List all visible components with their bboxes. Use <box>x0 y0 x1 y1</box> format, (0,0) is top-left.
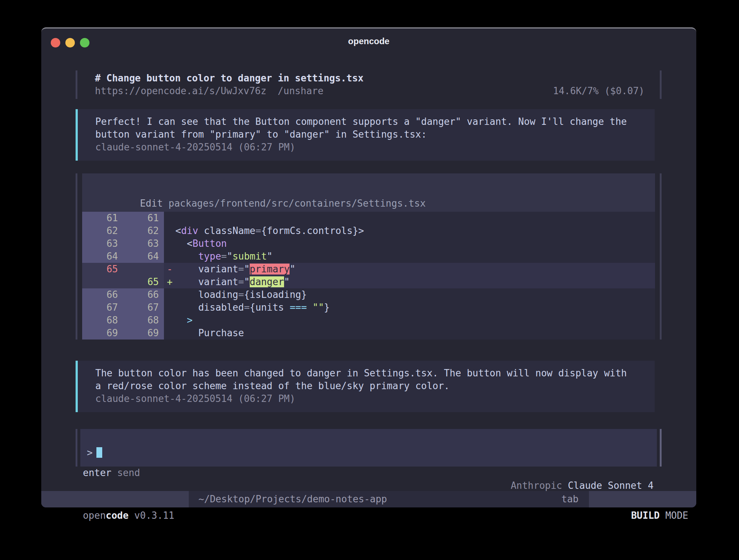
statusbar-spacer <box>387 491 562 507</box>
text-cursor <box>96 447 102 458</box>
diff-code-line: disabled={units === ""} <box>164 301 655 314</box>
assistant-message-1: Perfect! I can see that the Button compo… <box>76 109 655 161</box>
app-name-bold: code <box>106 510 129 521</box>
diff-new-line-number: 63 <box>123 237 164 250</box>
code-token: className <box>198 225 256 236</box>
enter-key-hint: enter <box>83 467 111 479</box>
diff-new-line-number: 64 <box>123 250 164 263</box>
diff-code-line: + variant="danger" <box>164 276 655 288</box>
close-button[interactable] <box>51 38 60 47</box>
app-version: v0.3.11 <box>129 510 174 521</box>
session-title: # Change button color to danger in setti… <box>95 72 644 85</box>
diff-code-line <box>164 212 655 225</box>
code-token: " <box>290 264 295 275</box>
enter-action-hint: send <box>111 467 140 479</box>
diff-row: 65+ variant="danger" <box>82 276 655 288</box>
diff-row: 6262 <div className={formCs.controls}> <box>82 225 655 237</box>
code-token: " <box>227 251 233 262</box>
prompt-input[interactable]: > <box>80 429 657 467</box>
code-token: variant <box>164 276 238 287</box>
diff-old-line-number: 63 <box>82 237 123 250</box>
code-token: primary <box>250 264 290 275</box>
diff-new-line-number: 62 <box>123 225 164 237</box>
code-token: danger <box>250 276 284 287</box>
diff-code-line: - variant="primary" <box>164 263 655 276</box>
unshare-command[interactable]: /unshare <box>278 85 323 97</box>
opencode-window: opencode # Change button color to danger… <box>41 27 696 507</box>
code-token: submit <box>233 251 267 262</box>
diff-old-line-number: 69 <box>82 327 123 340</box>
prompt-input-frame: > <box>76 429 662 467</box>
code-token: Button <box>192 238 227 249</box>
code-token: variant <box>164 264 238 275</box>
window-title: opencode <box>41 28 696 54</box>
app-name-normal: open <box>83 510 106 521</box>
diff-row: 6161 <box>82 212 655 225</box>
code-token: > <box>187 315 193 326</box>
code-token: {units <box>250 302 290 313</box>
code-token <box>307 302 313 313</box>
message-body: The button color has been changed to dan… <box>95 367 647 392</box>
code-token <box>164 315 187 326</box>
diff-old-line-number: 62 <box>82 225 123 237</box>
diff-code-line: loading={isLoading} <box>164 288 655 301</box>
code-token: " <box>244 264 250 275</box>
minimize-button[interactable] <box>65 38 75 47</box>
code-token: div <box>181 225 198 236</box>
message-model-meta: claude-sonnet-4-20250514 (06:27 PM) <box>95 141 647 154</box>
code-token <box>164 251 198 262</box>
code-token: "" <box>313 302 324 313</box>
code-token: " <box>244 276 250 287</box>
code-token: Purchase <box>164 327 244 338</box>
share-url-link[interactable]: https://opencode.ai/s/UwJxv76z <box>95 85 267 97</box>
code-token: < <box>164 238 192 249</box>
mode-name: BUILD <box>631 510 659 521</box>
code-token: {formCs.controls}> <box>261 225 364 236</box>
diff-code-line: Purchase <box>164 327 655 340</box>
mode-chip: BUILD MODE <box>589 491 696 507</box>
diff-row: 6868 > <box>82 314 655 327</box>
diff-new-line-number: 61 <box>123 212 164 225</box>
diff-code-line: <div className={formCs.controls}> <box>164 225 655 237</box>
diff-old-line-number: 64 <box>82 250 123 263</box>
maximize-button[interactable] <box>80 38 89 47</box>
mode-suffix: MODE <box>660 510 688 521</box>
code-token: < <box>164 225 181 236</box>
diff-rows: 61616262 <div className={formCs.controls… <box>82 212 655 340</box>
diff-row: 6666 loading={isLoading} <box>82 288 655 301</box>
assistant-message-2: The button color has been changed to dan… <box>76 361 655 412</box>
code-token: = <box>238 289 244 300</box>
code-token: = <box>244 302 250 313</box>
diff-title: Edit packages/frontend/src/containers/Se… <box>82 173 655 212</box>
session-subheader: https://opencode.ai/s/UwJxv76z /unshare … <box>95 85 644 97</box>
helper-bar: enter send Anthropic Claude Sonnet 4 <box>83 467 654 479</box>
diff-change-sign: - <box>167 263 173 276</box>
code-token: = <box>238 264 244 275</box>
diff-new-line-number: 66 <box>123 288 164 301</box>
code-token: } <box>324 302 330 313</box>
diff-row: 6767 disabled={units === ""} <box>82 301 655 314</box>
diff-new-line-number: 69 <box>123 327 164 340</box>
code-token: loading <box>164 289 238 300</box>
code-token: === <box>290 302 307 313</box>
diff-file-path: packages/frontend/src/containers/Setting… <box>169 198 426 209</box>
status-bar: opencode v0.3.11 ~/Desktop/Projects/demo… <box>41 491 696 507</box>
diff-old-line-number: 66 <box>82 288 123 301</box>
diff-code-line: type="submit" <box>164 250 655 263</box>
diff-old-line-number: 61 <box>82 212 123 225</box>
code-token: = <box>255 225 261 236</box>
diff-row: 6969 Purchase <box>82 327 655 340</box>
diff-old-line-number <box>82 276 123 288</box>
diff-container: Edit packages/frontend/src/containers/Se… <box>82 173 655 340</box>
tab-key-hint: tab <box>562 491 579 507</box>
diff-new-line-number: 65 <box>123 276 164 288</box>
code-token: = <box>221 251 227 262</box>
edit-tool-block: Edit packages/frontend/src/containers/Se… <box>76 173 662 340</box>
message-body: Perfect! I can see that the Button compo… <box>95 115 647 141</box>
diff-old-line-number: 67 <box>82 301 123 314</box>
diff-old-line-number: 68 <box>82 314 123 327</box>
context-usage-stats: 14.6K/7% ($0.07) <box>553 85 644 97</box>
model-indicator: Anthropic Claude Sonnet 4 <box>476 467 654 479</box>
diff-row: 6363 <Button <box>82 237 655 250</box>
diff-new-line-number: 67 <box>123 301 164 314</box>
